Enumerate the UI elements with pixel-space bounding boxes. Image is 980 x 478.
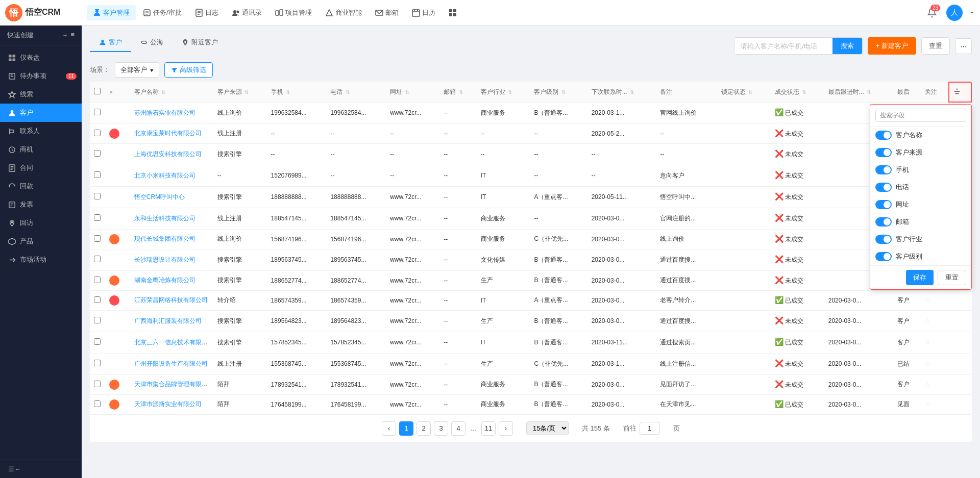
prev-page-button[interactable]: ‹ — [382, 421, 396, 436]
th-next-contact[interactable]: 下次联系时... ⇅ — [587, 82, 656, 102]
nav-item-contacts[interactable]: 通讯录 — [226, 5, 268, 20]
row-checkbox[interactable] — [94, 150, 101, 157]
col-toggle-csource[interactable] — [875, 148, 892, 157]
sidebar-item-leads[interactable]: 线索 — [0, 85, 82, 104]
nav-item-calendar[interactable]: 日历 — [406, 5, 442, 20]
sidebar-item-marketing[interactable]: 市场活动 — [0, 250, 82, 269]
row-checkbox[interactable] — [94, 381, 101, 387]
row-checkbox[interactable] — [94, 296, 101, 303]
row-checkbox[interactable] — [94, 130, 101, 136]
sidebar-item-invoice[interactable]: 发票 — [0, 195, 82, 214]
row-checkbox[interactable] — [94, 256, 101, 262]
customer-name-link[interactable]: 北京小米科技有限公司 — [134, 172, 195, 179]
customer-name-link[interactable]: 北京三六一信息技术有限公司 — [134, 339, 213, 346]
col-search-input[interactable] — [875, 109, 966, 122]
customer-name-link[interactable]: 广州开阳设备生产有限公司 — [134, 360, 208, 367]
new-customer-button[interactable]: + 新建客户 — [868, 37, 916, 55]
page-button-2[interactable]: 2 — [416, 421, 431, 436]
star-icon[interactable]: ☆ — [925, 317, 930, 324]
row-checkbox[interactable] — [94, 214, 101, 221]
col-reset-button[interactable]: 重置 — [938, 270, 966, 285]
sidebar-item-contacts2[interactable]: 联系人 — [0, 122, 82, 140]
scene-selector[interactable]: 全部客户 ▾ — [115, 62, 159, 78]
search-button[interactable]: 搜索 — [832, 38, 862, 54]
customer-name-link[interactable]: 天津市派斯实业有限公司 — [134, 400, 202, 408]
th-level[interactable]: 客户级别 ⇅ — [530, 82, 587, 102]
customer-name-link[interactable]: 长沙瑞恩设计有限公司 — [134, 256, 195, 263]
col-toggle-cname[interactable] — [875, 131, 892, 140]
chevron-down-icon[interactable] — [969, 10, 975, 16]
row-checkbox[interactable] — [94, 338, 101, 345]
th-email[interactable]: 邮箱 ⇅ — [439, 82, 476, 102]
th-followup[interactable]: 最后跟进时... ⇅ — [824, 82, 893, 102]
customer-name-link[interactable]: 江苏荣昌网络科技有限公司 — [134, 296, 208, 304]
th-website[interactable]: 网址 ⇅ — [386, 82, 439, 102]
nav-item-bi[interactable]: 商业智能 — [319, 5, 368, 20]
row-checkbox[interactable] — [94, 193, 101, 199]
row-checkbox[interactable] — [94, 360, 101, 366]
next-page-button[interactable]: › — [499, 421, 513, 436]
col-toggle-phone[interactable] — [875, 183, 892, 192]
sub-tab-nearby[interactable]: 附近客户 — [173, 34, 227, 52]
more-button[interactable]: ··· — [955, 38, 972, 54]
col-toggle-mobile[interactable] — [875, 165, 892, 174]
notification-button[interactable]: 23 — [924, 5, 940, 21]
nav-item-grid[interactable] — [443, 6, 463, 20]
row-checkbox[interactable] — [94, 317, 101, 323]
th-deal[interactable]: 成交状态 ⇅ — [771, 82, 824, 102]
page-button-1[interactable]: 1 — [399, 421, 413, 436]
sidebar-item-todo[interactable]: 待办事项 11 — [0, 67, 82, 85]
nav-item-log[interactable]: 日志 — [189, 5, 225, 20]
customer-name-link[interactable]: 悟空CRM呼叫中心 — [134, 193, 185, 200]
col-toggle-email[interactable] — [875, 217, 892, 227]
star-icon[interactable]: ☆ — [925, 401, 930, 408]
star-icon[interactable]: ☆ — [925, 381, 930, 388]
sidebar-item-dashboard[interactable]: 仪表盘 — [0, 48, 82, 67]
th-lock[interactable]: 锁定状态 ⇅ — [717, 82, 771, 102]
sidebar-item-contract[interactable]: 合同 — [0, 159, 82, 177]
goto-input[interactable] — [640, 422, 660, 435]
customer-name-link[interactable]: 北京康宝莱时代有限公司 — [134, 130, 202, 137]
customer-name-link[interactable]: 天津市集合品牌管理有限公司 — [134, 381, 213, 388]
nav-item-customer[interactable]: 客户管理 — [87, 5, 136, 20]
star-icon[interactable]: ☆ — [925, 339, 930, 346]
per-page-select[interactable]: 15条/页 30条/页 50条/页 — [526, 421, 569, 435]
advanced-filter-button[interactable]: 高级筛选 — [164, 62, 213, 78]
th-industry[interactable]: 客户行业 ⇅ — [477, 82, 530, 102]
quick-create-button[interactable]: 快速创建 ＋ ≡ — [0, 26, 82, 45]
page-button-11[interactable]: 11 — [481, 421, 496, 436]
sidebar-item-visit[interactable]: 回访 — [0, 214, 82, 232]
col-toggle-industry[interactable] — [875, 235, 892, 244]
customer-name-link[interactable]: 现代长城集团有限公司 — [134, 235, 195, 242]
th-name[interactable]: 客户名称 ⇅ — [130, 82, 213, 102]
row-checkbox[interactable] — [94, 171, 101, 178]
col-toggle-website[interactable] — [875, 200, 892, 209]
user-avatar[interactable]: 人 — [946, 5, 963, 21]
sidebar-item-product[interactable]: 产品 — [0, 232, 82, 250]
th-mobile[interactable]: 手机 ⇅ — [267, 82, 327, 102]
nav-item-mail[interactable]: 邮箱 — [369, 5, 405, 20]
sidebar-item-refund[interactable]: 回款 — [0, 177, 82, 195]
sub-tab-sea[interactable]: 公海 — [131, 34, 173, 52]
select-all-checkbox[interactable] — [94, 88, 101, 94]
search-input[interactable] — [734, 39, 832, 54]
sidebar-item-opportunity[interactable]: 商机 — [0, 140, 82, 159]
col-save-button[interactable]: 保存 — [906, 270, 934, 285]
customer-name-link[interactable]: 广西海利汇服装有限公司 — [134, 317, 202, 324]
row-checkbox[interactable] — [94, 235, 101, 242]
page-button-3[interactable]: 3 — [434, 421, 448, 436]
customer-name-link[interactable]: 苏州皓石实业有限公司 — [134, 109, 195, 116]
reset-button[interactable]: 查重 — [921, 37, 950, 55]
star-icon[interactable]: ☆ — [925, 360, 930, 367]
row-checkbox[interactable] — [94, 109, 101, 115]
th-source[interactable]: 客户来源 ⇅ — [213, 82, 267, 102]
row-checkbox[interactable] — [94, 400, 101, 407]
row-checkbox[interactable] — [94, 276, 101, 283]
sidebar-collapse-button[interactable]: ☰← — [8, 465, 21, 473]
th-col-selector[interactable] — [949, 82, 971, 102]
sub-tab-customer[interactable]: 客户 — [90, 34, 131, 52]
nav-item-task[interactable]: 任务/审批 — [137, 5, 188, 20]
sidebar-item-customer[interactable]: 客户 — [0, 104, 82, 122]
customer-name-link[interactable]: 永和生活科技有限公司 — [134, 215, 195, 222]
nav-item-project[interactable]: 项目管理 — [269, 5, 318, 20]
